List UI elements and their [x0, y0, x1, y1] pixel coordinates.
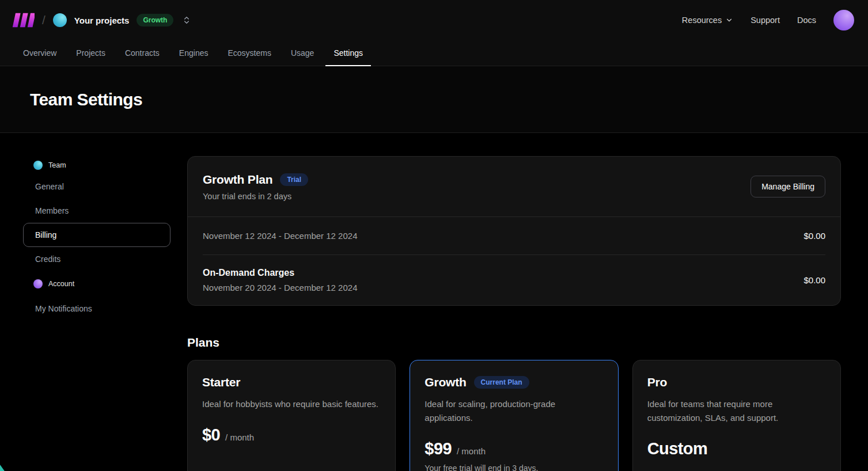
current-plan-badge: Current Plan	[474, 376, 529, 389]
starter-plan-price: $0	[202, 426, 220, 445]
on-demand-title: On-Demand Charges	[203, 268, 358, 278]
account-avatar[interactable]	[833, 10, 854, 31]
sidebar-item-general[interactable]: General	[23, 174, 170, 199]
tab-engines[interactable]: Engines	[171, 40, 217, 66]
breadcrumb-separator: /	[42, 13, 46, 27]
billing-period-row: November 12 2024 - December 12 2024 $0.0…	[188, 217, 840, 255]
starter-plan-period: / month	[225, 432, 254, 442]
team-avatar[interactable]	[53, 13, 67, 27]
tab-overview[interactable]: Overview	[15, 40, 65, 66]
page-body: Team General Members Billing Credits Acc…	[0, 133, 868, 471]
sidebar-item-my-notifications[interactable]: My Notifications	[23, 297, 170, 321]
sidebar-group-account: Account	[23, 275, 170, 293]
sidebar-group-team-label: Team	[48, 161, 66, 169]
trial-ends-text: Your trial ends in 2 days	[203, 192, 308, 201]
plan-grid: Starter Ideal for hobbyists who require …	[187, 360, 841, 471]
current-plan-card: Growth Plan Trial Your trial ends in 2 d…	[187, 156, 841, 306]
team-plan-badge: Growth	[137, 14, 173, 26]
tab-ecosystems[interactable]: Ecosystems	[219, 40, 279, 66]
sidebar-item-billing[interactable]: Billing	[23, 223, 170, 247]
growth-plan-description: Ideal for scaling, production-grade appl…	[424, 397, 603, 425]
plan-card-header-left: Growth Plan Trial Your trial ends in 2 d…	[203, 173, 308, 201]
plan-card-header: Growth Plan Trial Your trial ends in 2 d…	[188, 157, 840, 216]
pro-plan-price: Custom	[647, 439, 707, 458]
billing-amount: $0.00	[803, 231, 825, 241]
docs-link[interactable]: Docs	[797, 16, 816, 25]
breadcrumb: / Your projects Growth	[12, 13, 191, 28]
chevron-down-icon	[725, 16, 733, 24]
starter-plan-description: Ideal for hobbyists who require basic fe…	[202, 397, 381, 411]
sidebar-item-credits[interactable]: Credits	[23, 247, 170, 271]
manage-billing-button[interactable]: Manage Billing	[751, 176, 825, 197]
resources-menu[interactable]: Resources	[682, 16, 733, 25]
thirdweb-logo-icon[interactable]	[12, 13, 35, 28]
tab-contracts[interactable]: Contracts	[117, 40, 168, 66]
on-demand-left: On-Demand Charges November 20 2024 - Dec…	[203, 268, 358, 293]
chevrons-up-down-icon[interactable]	[182, 16, 191, 25]
sidebar-group-account-label: Account	[48, 280, 74, 288]
plan-card-growth: Growth Current Plan Ideal for scaling, p…	[410, 360, 618, 471]
growth-plan-name: Growth	[424, 375, 466, 389]
team-dot-avatar	[33, 161, 43, 170]
title-banner: Team Settings	[0, 66, 868, 133]
billing-content: Growth Plan Trial Your trial ends in 2 d…	[187, 156, 841, 471]
page-title: Team Settings	[30, 90, 142, 109]
top-bar: / Your projects Growth Resources Support…	[0, 0, 868, 40]
sidebar-group-team: Team	[23, 156, 170, 174]
sidebar-item-members[interactable]: Members	[23, 199, 170, 223]
tab-usage[interactable]: Usage	[283, 40, 322, 66]
tab-projects[interactable]: Projects	[68, 40, 113, 66]
tab-settings[interactable]: Settings	[325, 40, 371, 66]
settings-sidebar: Team General Members Billing Credits Acc…	[23, 156, 170, 471]
team-name[interactable]: Your projects	[74, 16, 130, 25]
pro-plan-name: Pro	[647, 375, 667, 389]
resources-label: Resources	[682, 16, 722, 25]
main-tab-bar: Overview Projects Contracts Engines Ecos…	[0, 40, 868, 66]
starter-plan-name: Starter	[202, 375, 240, 389]
plan-card-pro: Pro Ideal for teams that require more cu…	[632, 360, 841, 471]
account-dot-avatar	[33, 279, 43, 288]
on-demand-charges-row: On-Demand Charges November 20 2024 - Dec…	[188, 255, 840, 305]
plans-heading: Plans	[187, 336, 841, 350]
current-plan-name: Growth Plan	[203, 173, 272, 187]
on-demand-amount: $0.00	[803, 275, 825, 285]
growth-plan-price: $99	[424, 439, 452, 458]
pro-plan-description: Ideal for teams that require more custom…	[647, 397, 826, 425]
trial-badge: Trial	[280, 173, 308, 186]
billing-period: November 12 2024 - December 12 2024	[203, 231, 358, 241]
on-demand-period: November 20 2024 - December 12 2024	[203, 283, 358, 293]
growth-plan-trial-note: Your free trial will end in 3 days.	[424, 464, 603, 471]
growth-plan-period: / month	[457, 446, 486, 456]
top-nav: Resources Support Docs	[682, 10, 854, 31]
support-link[interactable]: Support	[751, 16, 780, 25]
plan-card-starter: Starter Ideal for hobbyists who require …	[187, 360, 396, 471]
